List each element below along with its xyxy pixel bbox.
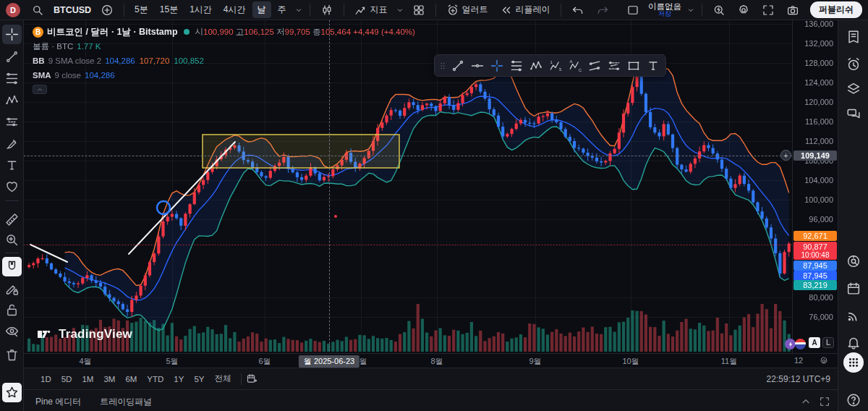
elliott-impulse-tool[interactable]: 15 bbox=[545, 56, 565, 75]
undo-button[interactable] bbox=[566, 1, 590, 19]
interval-1d-button[interactable]: 날 bbox=[252, 1, 271, 18]
drag-handle[interactable] bbox=[438, 56, 448, 75]
watchlist-panel-button[interactable] bbox=[843, 27, 864, 47]
favorite-tools-toggle[interactable] bbox=[2, 383, 22, 402]
symbol-legend-row[interactable]: B 비트코인 / 달러 · 1날 · Bitstamp 시100,990 고10… bbox=[33, 25, 415, 39]
auto-scale-button[interactable]: A bbox=[809, 337, 820, 348]
sma-legend-row[interactable]: SMA 9 close 104,286 bbox=[33, 68, 415, 82]
ohlc-value: 100,990 bbox=[203, 27, 236, 36]
abc-correction-tool[interactable]: AC bbox=[565, 56, 584, 75]
interval-1w-button[interactable]: 주 bbox=[273, 1, 292, 18]
fullscreen-button[interactable] bbox=[757, 1, 780, 19]
symbol-name[interactable]: BTCUSD bbox=[51, 5, 94, 15]
bb-upper-price-label[interactable]: 92,671 bbox=[793, 231, 837, 241]
last-price-label[interactable]: 90,87710:00:48 bbox=[793, 242, 837, 260]
magnet-mode-button[interactable] bbox=[2, 257, 22, 276]
price-scale[interactable]: 136,000132,000128,000124,000120,000116,0… bbox=[792, 20, 838, 353]
alert-button[interactable]: 얼러트 bbox=[441, 1, 493, 19]
axis-settings-gear-icon[interactable] bbox=[819, 356, 829, 366]
crosshair-tool[interactable] bbox=[2, 25, 22, 44]
bb-lower-price-label[interactable]: 83,219 bbox=[793, 280, 837, 290]
range-5d[interactable]: 5D bbox=[56, 373, 77, 386]
brush-tool[interactable] bbox=[2, 134, 22, 153]
text-tool[interactable] bbox=[2, 156, 22, 175]
collapse-panel-button[interactable] bbox=[800, 396, 812, 407]
measure-tool[interactable] bbox=[2, 210, 22, 229]
remove-drawings[interactable] bbox=[2, 345, 22, 365]
interval-1h-button[interactable]: 1시간 bbox=[184, 1, 217, 18]
replay-button[interactable]: 리플레이 bbox=[495, 1, 556, 19]
range-1y[interactable]: 1Y bbox=[169, 373, 189, 386]
text-tool[interactable] bbox=[643, 56, 663, 75]
trend-line-tool[interactable] bbox=[2, 47, 22, 67]
tab-트레이딩패널[interactable]: 트레이딩패널 bbox=[100, 396, 152, 408]
streams-panel-button[interactable] bbox=[843, 305, 864, 326]
chart-style-button[interactable] bbox=[315, 1, 339, 19]
xabcd-pattern-tool[interactable] bbox=[2, 90, 22, 110]
emoji-tool[interactable] bbox=[2, 177, 22, 196]
symbol-search-button[interactable] bbox=[26, 1, 49, 19]
long-position-tool[interactable] bbox=[2, 112, 22, 132]
radar-panel-button[interactable] bbox=[843, 251, 864, 271]
tab-Pine-에디터[interactable]: Pine 에디터 bbox=[35, 396, 81, 408]
range-3m[interactable]: 3M bbox=[98, 373, 120, 386]
disjoint-channel-tool[interactable] bbox=[604, 56, 624, 75]
collapse-legend-button[interactable] bbox=[33, 85, 47, 94]
xabcd-pattern-tool[interactable] bbox=[526, 56, 545, 75]
calendar-panel-button[interactable] bbox=[843, 279, 864, 299]
range-1d[interactable]: 1D bbox=[35, 373, 56, 386]
rectangle-tool[interactable] bbox=[624, 56, 643, 75]
volume-legend-row[interactable]: 볼륨 · BTC 1.77 K bbox=[33, 39, 415, 54]
interval-5m-button[interactable]: 5분 bbox=[129, 1, 153, 18]
alerts-panel-button[interactable] bbox=[843, 54, 864, 75]
interval-15m-button[interactable]: 15분 bbox=[155, 1, 183, 18]
fib-retracement-tool[interactable] bbox=[506, 56, 526, 75]
lightning-logo-icon bbox=[785, 339, 796, 349]
chat-panel-button[interactable] bbox=[843, 104, 864, 124]
help-button[interactable] bbox=[843, 390, 864, 410]
layout-name[interactable]: 이름없음저장 bbox=[646, 2, 684, 18]
bb-basis-price-label[interactable]: 87,945 bbox=[793, 271, 837, 281]
lock-all-drawings[interactable] bbox=[2, 300, 22, 320]
layout-dropdown[interactable] bbox=[685, 4, 697, 17]
save-label[interactable]: 저장 bbox=[658, 11, 671, 17]
redo-button[interactable] bbox=[591, 1, 614, 19]
time-axis[interactable]: 월 2025-06-23 4월5월6월7월8월9월10월11월12 bbox=[24, 353, 838, 368]
more-apps-button[interactable] bbox=[843, 352, 864, 373]
indicator-templates-dropdown[interactable] bbox=[394, 4, 406, 17]
maximize-panel-button[interactable] bbox=[819, 396, 830, 407]
hide-drawings[interactable] bbox=[2, 321, 22, 341]
sma-price-label[interactable]: 87,945 bbox=[793, 260, 837, 271]
clock-timezone[interactable]: 22:59:12 UTC+9 bbox=[767, 374, 830, 384]
range-전체[interactable]: 전체 bbox=[210, 371, 237, 386]
drawing-mode-lock[interactable] bbox=[2, 279, 22, 299]
range-5y[interactable]: 5Y bbox=[189, 373, 209, 386]
range-ytd[interactable]: YTD bbox=[142, 373, 169, 386]
trend-line-tool[interactable] bbox=[448, 56, 467, 75]
interval-4h-button[interactable]: 4시간 bbox=[218, 1, 251, 18]
bb-legend-row[interactable]: BB 9 SMA close 2 104,286107,720100,852 bbox=[33, 54, 415, 68]
grid-layout-button[interactable] bbox=[407, 1, 430, 19]
publish-button[interactable]: 퍼블리쉬 bbox=[810, 1, 862, 18]
notifications-button[interactable] bbox=[843, 332, 864, 352]
user-avatar[interactable]: D bbox=[6, 3, 20, 17]
layout-select-button[interactable] bbox=[621, 1, 644, 19]
add-alert-button[interactable]: + bbox=[780, 150, 791, 161]
log-scale-button[interactable]: L bbox=[822, 337, 834, 348]
crosshair-price-label[interactable]: 109,149 bbox=[793, 151, 837, 161]
intervals-dropdown[interactable] bbox=[293, 4, 305, 17]
snapshot-button[interactable] bbox=[781, 1, 804, 19]
cross-line-tool[interactable] bbox=[487, 56, 506, 75]
compare-add-button[interactable] bbox=[95, 1, 119, 19]
settings-button[interactable] bbox=[732, 1, 755, 19]
zoom-in-tool[interactable] bbox=[2, 230, 22, 250]
go-to-date-button[interactable] bbox=[246, 373, 258, 385]
parallel-channel-tool[interactable] bbox=[584, 56, 604, 75]
range-1m[interactable]: 1M bbox=[77, 373, 98, 386]
fib-retracement-tool[interactable] bbox=[2, 69, 22, 88]
quick-search-button[interactable] bbox=[707, 1, 731, 19]
layers-panel-button[interactable] bbox=[843, 79, 864, 99]
range-6m[interactable]: 6M bbox=[120, 373, 142, 386]
indicators-button[interactable]: 지표 bbox=[349, 1, 393, 19]
horizontal-line-tool[interactable] bbox=[467, 56, 487, 75]
